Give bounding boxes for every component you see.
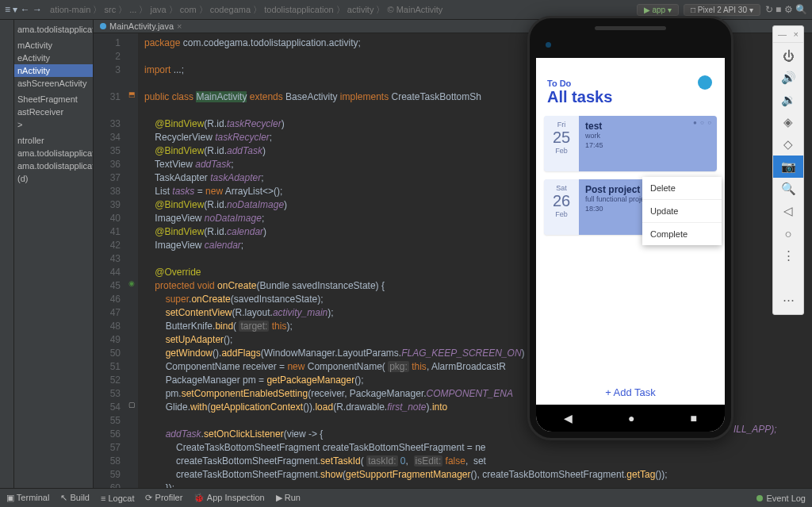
tree-item[interactable]: ama.todolistapplicat — [14, 159, 93, 172]
minimize-icon[interactable]: — — [778, 29, 787, 39]
header-title: All tasks — [547, 88, 714, 106]
emu-tool-2[interactable]: 🔉 — [773, 89, 803, 111]
add-task-button[interactable]: + Add Task — [536, 386, 725, 398]
bottom-tab[interactable]: ⟳ Profiler — [145, 493, 182, 503]
tab-mainactivity[interactable]: MainActivity.java × — [94, 20, 189, 33]
tree-item[interactable]: mActivity — [14, 39, 93, 52]
java-icon — [100, 23, 106, 29]
event-log[interactable]: Event Log — [756, 494, 806, 503]
emu-tool-0[interactable]: ⏻ — [773, 44, 803, 67]
tree-item[interactable]: ama.todolistapplicat — [14, 147, 93, 159]
emu-tool-10[interactable] — [773, 267, 803, 289]
emu-tool-9[interactable]: ⋮ — [773, 244, 803, 267]
emulator-window: To Do All tasks Fri25Feb testwork17:45● … — [527, 16, 733, 440]
emulator-controls[interactable]: —× ⏻🔊🔉◈◇📷🔍◁○⋮⋯ — [772, 25, 804, 315]
task-date: Sat26Feb — [544, 179, 579, 235]
code-overflow: ILL_APP); — [733, 424, 777, 435]
tree-item[interactable]: nActivity — [14, 64, 93, 77]
calendar-icon[interactable] — [698, 75, 712, 90]
emu-tool-3[interactable]: ◈ — [773, 111, 803, 133]
emu-tool-4[interactable]: ◇ — [773, 133, 803, 156]
task-date: Fri25Feb — [544, 116, 579, 171]
breadcrumb[interactable]: ation-main 〉 src 〉 ... 〉 java 〉 com 〉 co… — [50, 4, 442, 16]
tree-item[interactable]: ashScreenActivity — [14, 77, 93, 90]
close-icon[interactable]: × — [794, 29, 799, 39]
nav-bar[interactable]: ◀ ● ■ — [536, 405, 725, 432]
bottom-tab[interactable]: ▶ Run — [276, 493, 301, 503]
tree-item[interactable]: SheetFragment — [14, 93, 93, 106]
tab-label: MainActivity.java — [109, 21, 174, 31]
bottom-tool-bar[interactable]: ▣ Terminal↖ Build≡ Logcat⟳ Profiler🐞 App… — [0, 488, 812, 507]
back-icon[interactable]: ◀ — [564, 412, 573, 424]
task-body[interactable]: testwork17:45● ○ ○ — [579, 116, 717, 171]
emu-tool-7[interactable]: ◁ — [773, 200, 803, 222]
app-header: To Do All tasks — [536, 72, 725, 111]
bottom-tab[interactable]: ↖ Build — [60, 493, 90, 503]
gutter: ⬒◉▢ — [125, 33, 138, 488]
line-numbers: 1233133343536373839404142434445464748495… — [94, 33, 125, 488]
device-speaker — [595, 26, 666, 30]
status-bar — [536, 58, 725, 72]
bottom-tab[interactable]: ▣ Terminal — [6, 493, 49, 503]
close-icon[interactable]: × — [177, 21, 182, 31]
emu-tool-11[interactable]: ⋯ — [773, 289, 803, 311]
device-selector[interactable]: □ Pixel 2 API 30 ▾ — [684, 4, 760, 16]
task-list[interactable]: Fri25Feb testwork17:45● ○ ○Sat26Feb Post… — [536, 111, 725, 248]
left-tool-strip[interactable] — [0, 20, 14, 488]
bottom-tab[interactable]: ≡ Logcat — [101, 494, 135, 503]
emu-tool-8[interactable]: ○ — [773, 222, 803, 244]
emu-tool-6[interactable]: 🔍 — [773, 178, 803, 200]
recents-icon[interactable]: ■ — [691, 412, 697, 424]
tree-item[interactable]: ntroller — [14, 134, 93, 147]
run-config-selector[interactable]: ▶ app ▾ — [637, 4, 679, 16]
bottom-tab[interactable]: 🐞 App Inspection — [193, 493, 264, 503]
nav-arrows[interactable]: ≡ ▾ ← → — [5, 4, 42, 15]
tree-item[interactable]: eActivity — [14, 52, 93, 64]
tree-item[interactable]: (d) — [14, 172, 93, 185]
project-tree[interactable]: ama.todolistapplicatimActivityeActivityn… — [14, 20, 94, 488]
more-icon[interactable]: ● ○ ○ — [693, 119, 712, 126]
task-card[interactable]: Fri25Feb testwork17:45● ○ ○ — [544, 116, 717, 171]
menu-item-complete[interactable]: Complete — [642, 223, 722, 245]
tree-item[interactable]: astReceiver — [14, 106, 93, 118]
menu-item-delete[interactable]: Delete — [642, 177, 722, 200]
device-camera — [546, 42, 551, 48]
emu-tool-1[interactable]: 🔊 — [773, 67, 803, 89]
header-subtitle: To Do — [547, 79, 714, 88]
toolbar-actions[interactable]: ↻ ■ ⚙ 🔍 — [765, 4, 807, 15]
tree-item[interactable]: > — [14, 118, 93, 131]
tree-item[interactable]: ama.todolistapplicati — [14, 23, 93, 36]
context-menu[interactable]: DeleteUpdateComplete — [642, 177, 722, 245]
home-icon[interactable]: ● — [628, 412, 634, 424]
emu-tool-5[interactable]: 📷 — [773, 156, 803, 178]
menu-item-update[interactable]: Update — [642, 200, 722, 223]
device-screen[interactable]: To Do All tasks Fri25Feb testwork17:45● … — [536, 58, 725, 432]
